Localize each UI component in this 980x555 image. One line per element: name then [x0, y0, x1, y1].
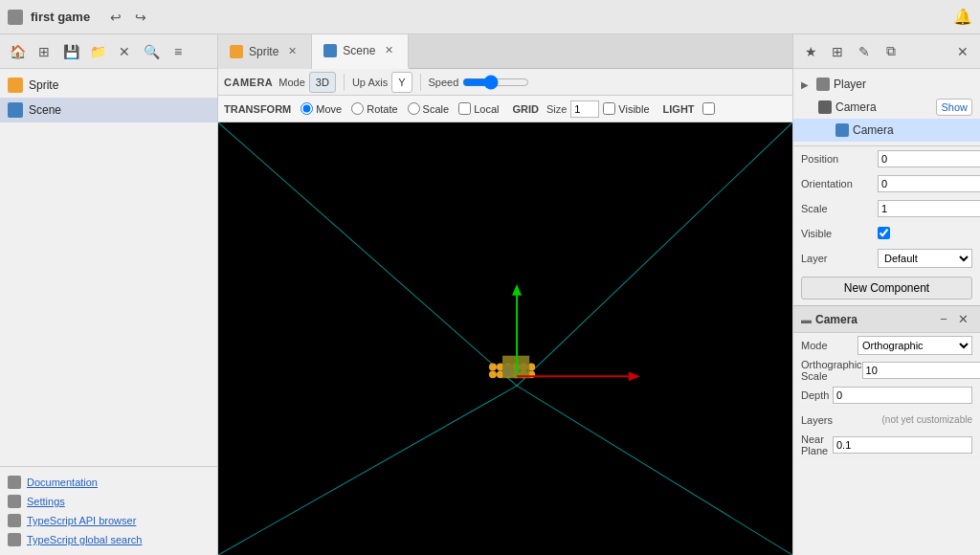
scale-radio[interactable]	[408, 102, 420, 115]
camera-component-title: Camera	[815, 313, 934, 326]
camera-show-button[interactable]: Show	[936, 99, 972, 116]
scale-values	[878, 200, 980, 217]
speed-slider[interactable]	[462, 75, 529, 90]
camera-mode-label: Mode	[801, 340, 858, 351]
panel-close-button[interactable]: ✕	[951, 40, 974, 63]
camera-toolbar: CAMERA Mode 3D Up Axis Y Speed	[218, 69, 792, 96]
tab-sprite-icon	[230, 45, 243, 58]
redo-button[interactable]: ↪	[130, 7, 151, 28]
light-checkbox[interactable]	[702, 102, 715, 115]
typescript-api-label: TypeScript API browser	[27, 515, 136, 526]
light-section: LIGHT	[663, 102, 715, 115]
typescript-global-link[interactable]: TypeScript global search	[8, 530, 210, 549]
right-panel-tabs: ★ ⊞ ✎ ⧉ ✕	[793, 34, 980, 69]
player-icon	[816, 78, 830, 91]
doc-icon	[8, 476, 21, 489]
tab-sprite[interactable]: Sprite ✕	[218, 34, 312, 69]
transform-label: TRANSFORM	[224, 103, 291, 115]
up-axis-button[interactable]: Y	[391, 72, 412, 93]
ortho-scale-input[interactable]	[862, 362, 980, 379]
scene-viewport-svg	[218, 122, 792, 555]
svg-point-5	[489, 364, 497, 371]
title-controls: ↩ ↪	[105, 7, 151, 28]
rotate-radio-item[interactable]: Rotate	[351, 102, 397, 115]
scene-icon	[8, 102, 23, 118]
documentation-link[interactable]: Documentation	[8, 473, 210, 492]
sidebar-search-button[interactable]: 🔍	[140, 40, 163, 63]
camera-mode-select[interactable]: Orthographic	[858, 336, 972, 355]
grid-visible-item[interactable]: Visible	[603, 102, 649, 115]
scale-x-input[interactable]	[878, 200, 980, 217]
local-label: Local	[474, 103, 499, 115]
ortho-scale-label: Orthographic Scale	[801, 359, 862, 382]
player-label: Player	[834, 78, 972, 91]
typescript-api-link[interactable]: TypeScript API browser	[8, 511, 210, 530]
up-axis-text: Up Axis	[352, 77, 388, 88]
mode-3d-button[interactable]: 3D	[309, 72, 336, 93]
camera-component-block: ▬ Camera − ✕ Mode Orthographic Orthograp…	[793, 305, 980, 457]
local-checkbox-item[interactable]: Local	[458, 102, 499, 115]
sidebar-item-sprite[interactable]: Sprite	[0, 73, 217, 98]
tab-sprite-close[interactable]: ✕	[284, 44, 300, 59]
grid-size-input[interactable]	[570, 100, 599, 118]
panel-star-button[interactable]: ★	[799, 40, 822, 63]
layers-value: (not yet customizable	[882, 414, 973, 425]
sidebar-new-button[interactable]: ⊞	[33, 40, 56, 63]
typescript-global-label: TypeScript global search	[27, 534, 142, 545]
local-checkbox[interactable]	[458, 102, 471, 115]
player-arrow-icon: ▶	[801, 79, 813, 90]
layer-select[interactable]: Default	[878, 249, 972, 268]
panel-add-button[interactable]: ⊞	[826, 40, 849, 63]
undo-button[interactable]: ↩	[105, 7, 126, 28]
main-layout: 🏠 ⊞ 💾 📁 ✕ 🔍 ≡ Sprite Scene Documentation	[0, 34, 980, 555]
notification-bell-icon[interactable]: 🔔	[953, 8, 972, 26]
viewport[interactable]	[218, 122, 792, 555]
tab-sprite-label: Sprite	[249, 45, 278, 58]
tree-item-camera-parent[interactable]: Camera Show	[793, 96, 980, 119]
sidebar-scene-label: Scene	[29, 103, 61, 117]
sidebar-sprite-label: Sprite	[29, 78, 58, 92]
orientation-x-input[interactable]	[878, 175, 980, 192]
tab-scene[interactable]: Scene ✕	[312, 34, 409, 69]
settings-link[interactable]: Settings	[8, 492, 210, 511]
panel-copy-button[interactable]: ⧉	[880, 40, 902, 63]
position-x-input[interactable]	[878, 150, 980, 167]
move-radio-item[interactable]: Move	[301, 102, 342, 115]
move-radio[interactable]	[301, 102, 313, 115]
component-collapse-icon[interactable]: ▬	[801, 314, 812, 325]
rotate-radio[interactable]	[351, 102, 364, 115]
sidebar-folder-button[interactable]: 📁	[86, 40, 109, 63]
speed-text: Speed	[429, 77, 459, 88]
component-close-button[interactable]: ✕	[953, 310, 972, 329]
light-label: LIGHT	[663, 103, 695, 115]
new-component-button[interactable]: New Component	[801, 277, 972, 300]
near-plane-input[interactable]	[833, 436, 972, 454]
camera-child-label: Camera	[853, 123, 972, 137]
toolbar-sep-1	[344, 74, 345, 91]
sidebar-filter-button[interactable]: ≡	[167, 40, 189, 63]
near-plane-row: Near Plane	[793, 433, 980, 457]
position-label: Position	[801, 153, 878, 165]
camera-mode-row: Mode Orthographic	[793, 333, 980, 358]
scale-radio-item[interactable]: Scale	[408, 102, 450, 115]
sidebar-save-button[interactable]: 💾	[59, 40, 82, 63]
svg-rect-0	[218, 122, 792, 555]
transform-toolbar: TRANSFORM Move Rotate Scale Local	[218, 96, 792, 122]
near-plane-label: Near Plane	[801, 433, 833, 456]
layers-row: Layers (not yet customizable	[793, 408, 980, 433]
tab-scene-icon	[323, 44, 337, 57]
sidebar-item-scene[interactable]: Scene	[0, 98, 217, 122]
tree-item-camera-child[interactable]: Camera	[793, 119, 980, 142]
depth-input[interactable]	[833, 387, 972, 404]
tree-item-player[interactable]: ▶ Player	[793, 73, 980, 96]
panel-edit-button[interactable]: ✎	[853, 40, 876, 63]
sidebar-delete-button[interactable]: ✕	[113, 40, 136, 63]
tab-scene-close[interactable]: ✕	[381, 43, 396, 58]
component-minimize-button[interactable]: −	[934, 310, 953, 329]
grid-visible-checkbox[interactable]	[603, 102, 615, 115]
visible-checkbox[interactable]	[878, 227, 890, 239]
sidebar-home-button[interactable]: 🏠	[6, 40, 29, 63]
camera-parent-label: Camera	[835, 100, 932, 114]
right-panel: ★ ⊞ ✎ ⧉ ✕ ▶ Player Camera Show	[792, 34, 980, 555]
layers-label: Layers	[801, 414, 882, 426]
